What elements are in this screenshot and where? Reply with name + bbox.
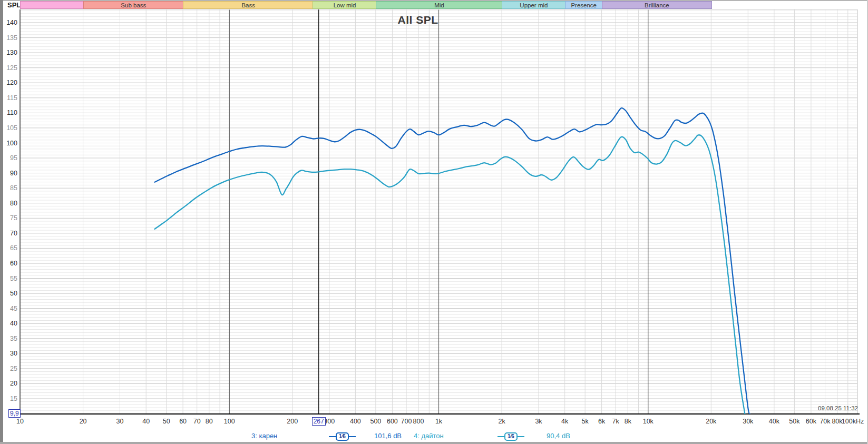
- spl-chart-window: SPL Sub bassBassLow midMidUpper midPrese…: [0, 0, 868, 444]
- legend-row: 3: карен 1⁄6 101,6 dB 4: дайтон 1⁄6 90,4…: [0, 432, 868, 442]
- x-tick-label: 30k: [743, 418, 753, 425]
- x-tick-label: 400: [350, 418, 361, 425]
- x-tick-label: 80: [206, 418, 213, 425]
- y-tick-label: 105: [0, 124, 17, 132]
- y-tick-label: 90: [0, 170, 17, 177]
- y-tick-label: 100: [0, 140, 17, 147]
- y-tick-label: 135: [0, 34, 17, 42]
- x-tick-label: 100kHz: [842, 418, 864, 425]
- y-tick-label: 70: [0, 230, 17, 237]
- legend-series-1-cursor-value: 101,6 dB: [374, 432, 402, 440]
- x-tick-label: 1k: [435, 418, 442, 425]
- y-tick-label: 20: [0, 380, 17, 387]
- x-tick-label: 20: [80, 418, 87, 425]
- line-sample-right: [518, 436, 524, 437]
- x-tick-label: 500: [370, 418, 381, 425]
- x-tick-label: 50: [163, 418, 170, 425]
- y-tick-label: 120: [0, 79, 17, 86]
- y-tick-label: 110: [0, 109, 17, 116]
- x-tick-label: 40k: [769, 418, 779, 425]
- x-tick-label: 5k: [582, 418, 589, 425]
- legend-series-2-smoothing-badge[interactable]: 1⁄6: [498, 432, 524, 441]
- x-tick-label: 50k: [789, 418, 799, 425]
- line-sample-left: [329, 436, 336, 437]
- x-tick-label: 80k: [832, 418, 842, 425]
- x-tick-label: 70: [193, 418, 201, 425]
- x-tick-label: 3k: [535, 418, 542, 425]
- x-tick-label: 700: [401, 418, 412, 425]
- chart-title: All SPL: [397, 14, 438, 26]
- y-tick-label: 65: [0, 244, 17, 252]
- y-tick-label: 30: [0, 350, 17, 357]
- legend-series-1-name[interactable]: 3: карен: [251, 432, 277, 440]
- x-tick-label: 8k: [625, 418, 631, 425]
- x-tick-label: 800: [413, 418, 424, 425]
- y-axis-min-readout: 9,9: [8, 409, 21, 418]
- line-sample-right: [349, 436, 356, 437]
- y-tick-label: 125: [0, 64, 17, 72]
- x-tick-label: 2k: [498, 418, 505, 425]
- y-tick-label: 85: [0, 184, 17, 192]
- y-tick-label: 15: [0, 395, 17, 402]
- smoothing-fraction: 1⁄6: [504, 432, 518, 441]
- legend-series-2-cursor-value: 90,4 dB: [547, 432, 570, 440]
- measurement-timestamp: 09.08.25 11:32: [818, 405, 858, 411]
- y-tick-label: 95: [0, 154, 17, 162]
- x-tick-label: 30: [116, 418, 124, 425]
- x-tick-label: 200: [287, 418, 298, 425]
- series-curve-4: [155, 135, 745, 414]
- y-tick-label: 40: [0, 320, 17, 327]
- x-tick-label: 70k: [820, 418, 830, 425]
- y-tick-label: 75: [0, 214, 17, 222]
- y-tick-label: 45: [0, 305, 17, 312]
- y-tick-label: 115: [0, 94, 17, 102]
- y-tick-label: 35: [0, 335, 17, 342]
- y-tick-label: 50: [0, 290, 17, 297]
- x-tick-label: 40: [142, 418, 150, 425]
- x-tick-label: 60k: [806, 418, 816, 425]
- y-tick-label: 80: [0, 200, 17, 207]
- x-tick-label: 600: [387, 418, 398, 425]
- x-tick-label: 6k: [598, 418, 605, 425]
- smoothing-fraction: 1⁄6: [336, 432, 349, 441]
- y-tick-label: 55: [0, 275, 17, 282]
- x-tick-label: 7k: [612, 418, 619, 425]
- y-tick-label: 25: [0, 365, 17, 372]
- cursor-frequency-readout: 267: [312, 417, 326, 426]
- y-tick-label: 130: [0, 49, 17, 56]
- x-tick-label: 100: [224, 418, 235, 425]
- x-tick-label: 20k: [706, 418, 716, 425]
- y-tick-label: 140: [0, 19, 17, 26]
- x-tick-label: 60: [179, 418, 187, 425]
- y-tick-label: 60: [0, 260, 17, 267]
- series-curve-3: [155, 108, 750, 414]
- legend-series-2-name[interactable]: 4: дайтон: [414, 432, 444, 440]
- legend-series-1-smoothing-badge[interactable]: 1⁄6: [329, 432, 356, 441]
- x-tick-label: 10: [16, 418, 24, 425]
- line-sample-left: [498, 436, 504, 437]
- window-bottom-edge: [0, 442, 868, 444]
- x-tick-label: 4k: [561, 418, 568, 425]
- x-tick-label: 10k: [643, 418, 654, 425]
